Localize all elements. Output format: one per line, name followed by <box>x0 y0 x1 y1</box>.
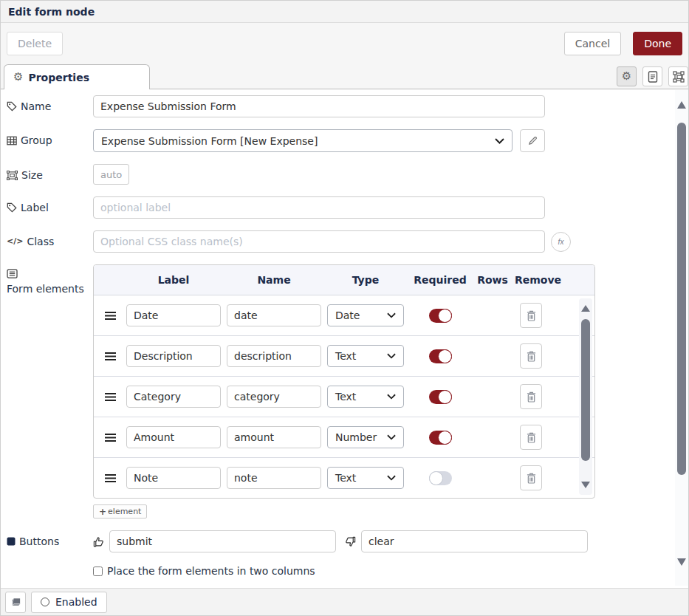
drag-handle-icon[interactable] <box>100 393 120 401</box>
editor-tab-bar: ⚙ Properties ⚙ <box>1 64 688 89</box>
chevron-down-icon <box>387 475 396 481</box>
col-required: Required <box>410 274 470 286</box>
buttons-controls <box>93 530 588 552</box>
element-label-input[interactable] <box>126 386 221 408</box>
group-select[interactable]: Expense Submission Form [New Expense] <box>93 129 513 152</box>
element-label-input[interactable] <box>126 467 221 489</box>
class-row: </> Class fx <box>7 230 676 253</box>
edit-group-button[interactable] <box>520 129 545 152</box>
element-type-select[interactable]: Text <box>327 386 404 408</box>
element-name-input[interactable] <box>227 426 321 448</box>
drag-handle-icon[interactable] <box>100 434 120 442</box>
edit-form-node-dialog: Edit form node Delete Cancel Done ⚙ Prop… <box>0 0 689 616</box>
element-label-input[interactable] <box>126 345 221 367</box>
enabled-label: Enabled <box>55 596 97 608</box>
chevron-down-icon <box>495 138 504 144</box>
element-type-select[interactable]: Text <box>327 467 404 489</box>
two-columns-row: Place the form elements in two columns <box>93 565 676 577</box>
trash-icon <box>527 432 536 443</box>
drag-handle-icon[interactable] <box>100 312 120 320</box>
list-icon <box>7 269 18 278</box>
appearance-button[interactable] <box>668 66 688 86</box>
form-element-row: Number <box>94 417 594 458</box>
properties-gear-button[interactable]: ⚙ <box>617 66 637 86</box>
tab-properties[interactable]: ⚙ Properties <box>4 64 150 89</box>
label-row: Label <box>7 196 676 219</box>
required-toggle[interactable] <box>429 471 452 485</box>
form-element-row: Text <box>94 336 594 377</box>
group-row: Group Expense Submission Form [New Expen… <box>7 129 676 152</box>
required-toggle[interactable] <box>429 309 452 323</box>
clear-button-text-input[interactable] <box>361 530 588 552</box>
chevron-down-icon <box>387 353 396 359</box>
name-input[interactable] <box>93 95 545 117</box>
size-auto-button[interactable]: auto <box>93 164 129 185</box>
appearance-icon <box>673 71 685 83</box>
env-var-button[interactable]: fx <box>551 232 571 252</box>
element-type-select[interactable]: Number <box>327 426 404 448</box>
enabled-toggle-button[interactable]: Enabled <box>31 592 107 613</box>
delete-element-button[interactable] <box>520 465 542 490</box>
col-rows: Rows <box>476 274 509 286</box>
element-name-input[interactable] <box>227 304 321 326</box>
scroll-down-arrow-icon[interactable] <box>581 482 590 488</box>
form-elements-table: Label Name Type Required Rows Remove <box>93 264 595 499</box>
submit-button-text-input[interactable] <box>109 530 336 552</box>
status-circle-icon <box>41 598 49 606</box>
group-select-value: Expense Submission Form [New Expense] <box>101 135 495 147</box>
document-icon <box>648 71 658 83</box>
scroll-down-arrow-icon[interactable] <box>677 558 686 566</box>
buttons-label: Buttons <box>7 530 93 549</box>
dialog-title: Edit form node <box>8 6 95 18</box>
drag-handle-icon[interactable] <box>100 474 120 482</box>
required-toggle[interactable] <box>429 349 452 363</box>
add-element-button[interactable]: + element <box>93 504 147 519</box>
chevron-down-icon <box>387 312 396 318</box>
required-toggle[interactable] <box>429 431 452 445</box>
size-label: Size <box>7 164 93 182</box>
label-input[interactable] <box>93 196 545 219</box>
square-icon <box>7 537 16 546</box>
element-type-select[interactable]: Date <box>327 304 404 326</box>
form-elements-list: Date <box>94 295 594 498</box>
element-name-input[interactable] <box>227 386 321 408</box>
element-name-input[interactable] <box>227 467 321 489</box>
buttons-row: Buttons <box>7 530 676 552</box>
class-input[interactable] <box>93 230 545 253</box>
scroll-up-arrow-icon[interactable] <box>581 305 590 312</box>
elements-scrollbar[interactable] <box>579 298 592 495</box>
scroll-up-arrow-icon[interactable] <box>677 101 686 109</box>
drag-handle-icon[interactable] <box>100 352 120 360</box>
col-type: Type <box>327 274 404 286</box>
two-columns-checkbox[interactable] <box>93 567 103 576</box>
table-icon <box>7 136 17 146</box>
delete-element-button[interactable] <box>520 343 542 369</box>
delete-element-button[interactable] <box>520 384 542 409</box>
group-label: Group <box>7 129 93 148</box>
delete-element-button[interactable] <box>520 425 542 450</box>
size-row: Size auto <box>7 164 676 185</box>
scrollbar-thumb[interactable] <box>677 123 686 475</box>
element-type-select[interactable]: Text <box>327 345 404 367</box>
two-columns-label[interactable]: Place the form elements in two columns <box>107 565 315 577</box>
dialog-footer: Enabled <box>1 588 689 615</box>
done-button[interactable]: Done <box>633 32 682 55</box>
description-doc-button[interactable] <box>642 66 662 86</box>
class-label: </> Class <box>7 230 93 249</box>
delete-element-button[interactable] <box>520 303 542 328</box>
col-label: Label <box>126 274 221 286</box>
chevron-down-icon <box>387 434 396 440</box>
tab-bar-icon-buttons: ⚙ <box>617 66 688 86</box>
cancel-button[interactable]: Cancel <box>564 32 621 55</box>
required-toggle[interactable] <box>429 390 452 404</box>
thumbs-down-icon <box>345 536 356 547</box>
scrollbar-thumb[interactable] <box>581 319 590 461</box>
panel-scrollbar[interactable] <box>675 90 688 586</box>
label-label: Label <box>7 196 93 215</box>
element-name-input[interactable] <box>227 345 321 367</box>
element-label-input[interactable] <box>126 426 221 448</box>
element-label-input[interactable] <box>126 304 221 326</box>
node-help-button[interactable] <box>5 592 26 613</box>
delete-button[interactable]: Delete <box>7 32 63 55</box>
col-name: Name <box>227 274 321 286</box>
